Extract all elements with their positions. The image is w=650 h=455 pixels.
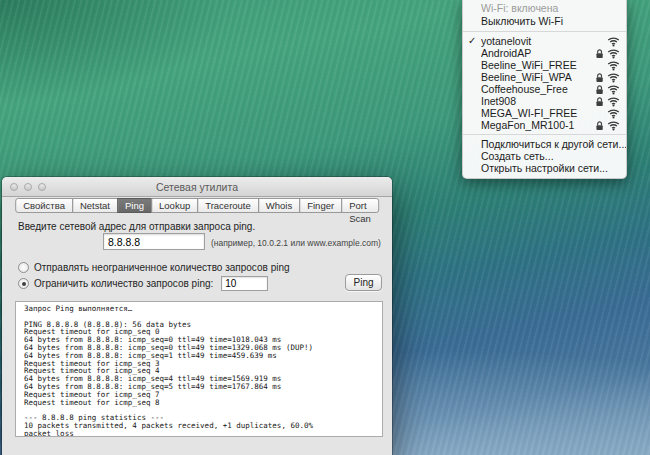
ping-output-line: Request timeout for icmp_seq 8 bbox=[24, 399, 382, 407]
tab-bar: Свойства Netstat Ping Lookup Traceroute … bbox=[15, 198, 379, 213]
menu-separator bbox=[463, 134, 626, 135]
lock-icon bbox=[595, 84, 604, 95]
menu-item-open-network-preferences[interactable]: Открыть настройки сети... bbox=[463, 162, 626, 174]
ping-count-input[interactable] bbox=[221, 276, 268, 291]
wifi-network-item[interactable]: Beeline_WiFi_WPA bbox=[463, 71, 626, 83]
radio-unlimited-pings[interactable]: Отправлять неограниченное количество зап… bbox=[18, 262, 290, 273]
radio-limited-pings[interactable]: Ограничить количество запросов ping: bbox=[18, 276, 268, 291]
wifi-signal-icon bbox=[607, 48, 620, 59]
wifi-network-item[interactable]: MegaFon_MR100-1 bbox=[463, 119, 626, 131]
tab-netstat[interactable]: Netstat bbox=[72, 198, 118, 213]
menu-item-turn-off-wifi[interactable]: Выключить Wi-Fi bbox=[463, 15, 626, 28]
wifi-network-item[interactable]: AndroidAP bbox=[463, 47, 626, 59]
ping-output-line: packet loss bbox=[24, 430, 382, 437]
tab-whois[interactable]: Whois bbox=[258, 198, 300, 213]
network-utility-window: Сетевая утилита Свойства Netstat Ping Lo… bbox=[2, 177, 392, 455]
wifi-menu: Wi-Fi: включена Выключить Wi-Fi ✓ yotane… bbox=[462, 0, 627, 179]
wifi-signal-icon bbox=[607, 96, 620, 107]
ping-output-area[interactable]: Запрос Ping выполняется… PING 8.8.8.8 (8… bbox=[15, 301, 383, 437]
checkmark-icon: ✓ bbox=[468, 35, 480, 47]
wifi-signal-icon bbox=[607, 36, 620, 47]
menu-separator bbox=[463, 31, 626, 32]
ping-output-line: 10 packets transmitted, 4 packets receiv… bbox=[24, 422, 382, 430]
tab-finger[interactable]: Finger bbox=[299, 198, 342, 213]
lock-icon bbox=[595, 120, 604, 131]
tab-portscan[interactable]: Port Scan bbox=[341, 198, 379, 213]
tab-lookup[interactable]: Lookup bbox=[151, 198, 198, 213]
lock-icon bbox=[595, 72, 604, 83]
radio-unlimited-label: Отправлять неограниченное количество зап… bbox=[34, 262, 290, 273]
wifi-network-item[interactable]: MEGA_WI-FI_FREE bbox=[463, 107, 626, 119]
tab-info[interactable]: Свойства bbox=[15, 198, 73, 213]
wifi-network-item[interactable]: Coffeehouse_Free bbox=[463, 83, 626, 95]
radio-limited-label: Ограничить количество запросов ping: bbox=[34, 278, 213, 289]
lock-icon bbox=[595, 48, 604, 59]
menu-item-create-network[interactable]: Создать сеть... bbox=[463, 150, 626, 162]
window-title: Сетевая утилита bbox=[156, 181, 238, 193]
tab-ping[interactable]: Ping bbox=[117, 198, 152, 213]
radio-button-icon[interactable] bbox=[18, 262, 29, 273]
ping-button[interactable]: Ping bbox=[345, 274, 382, 291]
wifi-network-item[interactable]: ✓ yotanelovit bbox=[463, 35, 626, 47]
ping-address-input[interactable] bbox=[103, 233, 205, 250]
wifi-signal-icon bbox=[607, 84, 620, 95]
wifi-signal-icon bbox=[607, 60, 620, 71]
ping-instruction-label: Введите сетевой адрес для отправки запро… bbox=[18, 221, 255, 232]
wifi-network-item[interactable]: Inet908 bbox=[463, 95, 626, 107]
ping-output-line: Запрос Ping выполняется… bbox=[24, 305, 382, 313]
wifi-status-label: Wi-Fi: включена bbox=[463, 2, 626, 15]
radio-button-selected-icon[interactable] bbox=[18, 278, 29, 289]
wifi-signal-icon bbox=[607, 120, 620, 131]
lock-icon bbox=[595, 96, 604, 107]
menu-item-join-other-network[interactable]: Подключиться к другой сети... bbox=[463, 138, 626, 150]
window-titlebar[interactable]: Сетевая утилита bbox=[2, 177, 392, 197]
close-button[interactable] bbox=[10, 183, 18, 191]
minimize-button[interactable] bbox=[24, 183, 32, 191]
wifi-signal-icon bbox=[607, 72, 620, 83]
tab-traceroute[interactable]: Traceroute bbox=[197, 198, 259, 213]
address-example-hint: (например, 10.0.2.1 или www.example.com) bbox=[211, 238, 381, 248]
wifi-signal-icon bbox=[607, 108, 620, 119]
zoom-button[interactable] bbox=[38, 183, 46, 191]
wifi-network-item[interactable]: Beeline_WiFi_FREE bbox=[463, 59, 626, 71]
